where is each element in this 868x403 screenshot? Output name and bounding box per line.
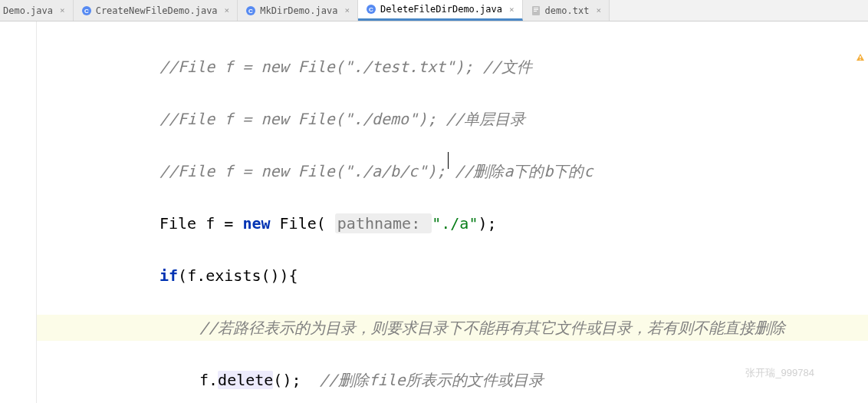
java-class-icon: C: [81, 5, 92, 16]
svg-rect-8: [534, 9, 538, 10]
comment: //File f = new File("./demo"); //单层目录: [159, 110, 525, 128]
code-text: );: [478, 214, 496, 233]
parameter-hint: pathname:: [335, 213, 432, 233]
svg-text:C: C: [84, 8, 89, 15]
comment: //删除file所表示的文件或目录: [320, 371, 544, 389]
warning-icon[interactable]: [856, 51, 865, 60]
svg-rect-7: [534, 8, 538, 8]
comment: //File f = new File("./a/b/c"); //删除a下的b…: [159, 162, 593, 180]
java-class-icon: C: [245, 5, 256, 16]
tab-label: Demo.java: [3, 5, 53, 16]
code-editor[interactable]: //File f = new File("./test.txt"); //文件 …: [0, 21, 868, 403]
svg-rect-11: [860, 59, 860, 60]
tab-label: demo.txt: [545, 5, 590, 16]
close-icon[interactable]: ×: [225, 5, 230, 15]
code-area[interactable]: //File f = new File("./test.txt"); //文件 …: [37, 21, 868, 403]
tab-mkdir[interactable]: C MkDirDemo.java ×: [238, 0, 358, 21]
code-text: ();: [273, 371, 319, 389]
tab-createnewfile[interactable]: C CreateNewFileDemo.java ×: [74, 0, 238, 21]
watermark: 张开瑞_999784: [745, 366, 814, 380]
code-text: f.: [199, 371, 218, 389]
tab-label: DeleteFileDirDemo.java: [380, 4, 502, 15]
tab-deletefiledir[interactable]: C DeleteFileDirDemo.java ×: [358, 0, 523, 21]
close-icon[interactable]: ×: [596, 5, 601, 15]
type: File: [159, 214, 196, 233]
svg-rect-10: [860, 56, 860, 58]
keyword-new: new: [242, 214, 270, 233]
svg-text:C: C: [369, 6, 373, 13]
code-text: (f.exists()){: [178, 266, 298, 285]
close-icon[interactable]: ×: [509, 5, 515, 15]
gutter: [0, 21, 37, 403]
editor-tabs: Demo.java × C CreateNewFileDemo.java × C…: [0, 0, 868, 21]
close-icon[interactable]: ×: [60, 5, 65, 15]
text-file-icon: [531, 5, 541, 16]
tab-label: CreateNewFileDemo.java: [96, 5, 218, 16]
java-class-icon: C: [366, 4, 376, 15]
svg-rect-9: [534, 11, 537, 12]
tab-demotxt[interactable]: demo.txt ×: [523, 0, 610, 21]
comment: //若路径表示的为目录，则要求目录下不能再有其它文件或目录，若有则不能直接删除: [199, 319, 785, 337]
string-literal: "./a": [432, 214, 478, 233]
text-cursor: [448, 152, 449, 169]
close-icon[interactable]: ×: [344, 5, 350, 15]
keyword-if: if: [159, 266, 178, 285]
code-text: f =: [196, 214, 242, 233]
svg-text:C: C: [248, 8, 253, 15]
tab-label: MkDirDemo.java: [260, 5, 337, 16]
method-call: delete: [218, 371, 273, 389]
comment: //File f = new File("./test.txt"); //文件: [159, 58, 532, 76]
tab-demo[interactable]: Demo.java ×: [0, 0, 74, 21]
code-text: File(: [271, 214, 335, 233]
